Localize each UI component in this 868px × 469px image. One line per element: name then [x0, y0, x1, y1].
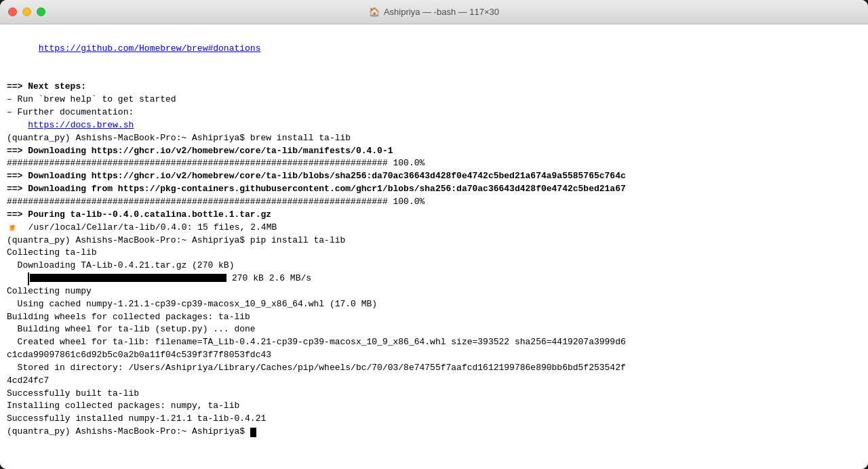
building-wheel-talib: Building wheel for ta-lib (setup.py) ...…	[7, 323, 861, 336]
pip-progress-line: 270 kB 2.6 MB/s	[7, 272, 861, 285]
titlebar: 🏠 Ashipriya — -bash — 117×30	[0, 0, 868, 24]
step-documentation: – Further documentation:	[7, 106, 861, 119]
stored-in-dir: Stored in directory: /Users/Ashipriya/Li…	[7, 362, 861, 375]
successfully-built: Successfully built ta-lib	[7, 388, 861, 401]
donations-url[interactable]: https://github.com/Homebrew/brew#donatio…	[39, 43, 261, 54]
installing-collected: Installing collected packages: numpy, ta…	[7, 400, 861, 413]
close-button[interactable]	[8, 7, 17, 16]
terminal-window: 🏠 Ashipriya — -bash — 117×30 https://git…	[0, 0, 868, 469]
pip-progress-bar	[30, 274, 226, 282]
wheel-hash-cont: c1cda99097861c6d92b5c0a2b0a11f04c539f3f7…	[7, 349, 861, 362]
created-wheel: Created wheel for ta-lib: filename=TA_Li…	[7, 336, 861, 349]
docs-link-line: https://docs.brew.sh	[7, 119, 861, 132]
progress-bar-2: ########################################…	[7, 196, 861, 209]
home-icon: 🏠	[369, 7, 380, 17]
downloading-talib-tar: Downloading TA-Lib-0.4.21.tar.gz (270 kB…	[7, 260, 861, 272]
traffic-lights	[8, 7, 45, 16]
dir-hash-cont: 4cd24fc7	[7, 375, 861, 388]
minimize-button[interactable]	[22, 7, 31, 16]
downloading-from: ==> Downloading from https://pkg-contain…	[7, 183, 861, 196]
step-brew-help: – Run `brew help` to get started	[7, 94, 861, 106]
brew-install-command: (quantra_py) Ashishs-MacBook-Pro:~ Aship…	[7, 132, 861, 145]
cellar-line: 🍺 /usr/local/Cellar/ta-lib/0.4.0: 15 fil…	[7, 222, 861, 234]
collecting-ta-lib: Collecting ta-lib	[7, 247, 861, 260]
terminal-cursor	[250, 428, 256, 437]
pouring-line: ==> Pouring ta-lib--0.4.0.catalina.bottl…	[7, 209, 861, 222]
next-steps-header: ==> Next steps:	[7, 81, 861, 94]
window-title: 🏠 Ashipriya — -bash — 117×30	[369, 7, 499, 17]
successfully-installed: Successfully installed numpy-1.21.1 ta-l…	[7, 413, 861, 426]
docs-brew-sh-link[interactable]: https://docs.brew.sh	[28, 120, 134, 130]
brew-donations-link[interactable]: https://github.com/Homebrew/brew#donatio…	[7, 30, 861, 68]
pip-install-command: (quantra_py) Ashishs-MacBook-Pro:~ Aship…	[7, 234, 861, 247]
maximize-button[interactable]	[37, 7, 45, 16]
blank-line-1	[7, 68, 861, 81]
terminal-body[interactable]: https://github.com/Homebrew/brew#donatio…	[0, 24, 868, 469]
downloading-manifests: ==> Downloading https://ghcr.io/v2/homeb…	[7, 145, 861, 158]
progress-bar-1: ########################################…	[7, 157, 861, 170]
using-cached-numpy: Using cached numpy-1.21.1-cp39-cp39-maco…	[7, 298, 861, 311]
collecting-numpy: Collecting numpy	[7, 285, 861, 298]
building-wheels: Building wheels for collected packages: …	[7, 311, 861, 324]
downloading-blobs: ==> Downloading https://ghcr.io/v2/homeb…	[7, 170, 861, 183]
final-prompt-line: (quantra_py) Ashishs-MacBook-Pro:~ Aship…	[7, 426, 861, 439]
